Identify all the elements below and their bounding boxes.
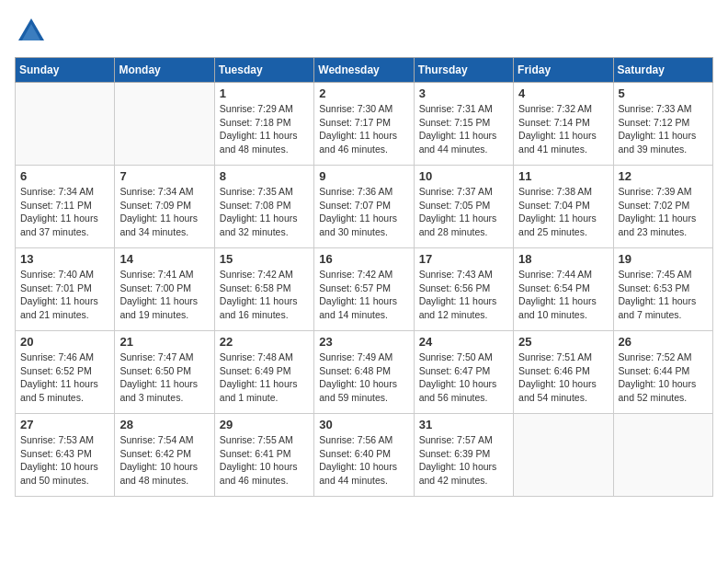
day-number: 31 (419, 418, 508, 431)
weekday-header-saturday: Saturday (613, 58, 712, 83)
day-info: Sunrise: 7:29 AM Sunset: 7:18 PM Dayligh… (220, 102, 309, 156)
day-number: 19 (619, 252, 708, 266)
weekday-header-thursday: Thursday (414, 58, 513, 83)
day-number: 27 (20, 418, 109, 431)
calendar-week-row: 6Sunrise: 7:34 AM Sunset: 7:11 PM Daylig… (16, 166, 713, 248)
day-number: 5 (619, 86, 708, 100)
day-info: Sunrise: 7:50 AM Sunset: 6:47 PM Dayligh… (419, 350, 508, 405)
day-number: 11 (518, 169, 608, 183)
day-number: 26 (619, 335, 708, 349)
day-number: 6 (20, 169, 109, 183)
calendar-day-4: 4Sunrise: 7:32 AM Sunset: 7:14 PM Daylig… (514, 83, 613, 166)
calendar-day-13: 13Sunrise: 7:40 AM Sunset: 7:01 PM Dayli… (16, 248, 115, 331)
day-info: Sunrise: 7:49 AM Sunset: 6:48 PM Dayligh… (319, 350, 408, 405)
day-info: Sunrise: 7:35 AM Sunset: 7:08 PM Dayligh… (220, 185, 309, 239)
calendar-day-28: 28Sunrise: 7:54 AM Sunset: 6:42 PM Dayli… (115, 414, 214, 497)
day-info: Sunrise: 7:36 AM Sunset: 7:07 PM Dayligh… (319, 185, 408, 239)
day-number: 17 (419, 252, 508, 266)
day-number: 3 (419, 86, 508, 100)
day-number: 2 (319, 86, 408, 100)
calendar-day-18: 18Sunrise: 7:44 AM Sunset: 6:54 PM Dayli… (514, 248, 613, 331)
calendar-day-8: 8Sunrise: 7:35 AM Sunset: 7:08 PM Daylig… (214, 166, 313, 248)
calendar-day-6: 6Sunrise: 7:34 AM Sunset: 7:11 PM Daylig… (16, 166, 115, 248)
day-info: Sunrise: 7:37 AM Sunset: 7:05 PM Dayligh… (419, 185, 508, 239)
day-info: Sunrise: 7:34 AM Sunset: 7:09 PM Dayligh… (119, 185, 209, 239)
weekday-header-sunday: Sunday (16, 58, 115, 83)
calendar-day-15: 15Sunrise: 7:42 AM Sunset: 6:58 PM Dayli… (214, 248, 313, 331)
calendar-day-20: 20Sunrise: 7:46 AM Sunset: 6:52 PM Dayli… (16, 331, 115, 414)
calendar-day-24: 24Sunrise: 7:50 AM Sunset: 6:47 PM Dayli… (414, 331, 513, 414)
calendar-day-9: 9Sunrise: 7:36 AM Sunset: 7:07 PM Daylig… (314, 166, 414, 248)
day-info: Sunrise: 7:51 AM Sunset: 6:46 PM Dayligh… (518, 350, 608, 405)
day-number: 20 (20, 335, 109, 349)
calendar-body: 1Sunrise: 7:29 AM Sunset: 7:18 PM Daylig… (16, 83, 713, 497)
calendar-week-row: 27Sunrise: 7:53 AM Sunset: 6:43 PM Dayli… (16, 414, 713, 497)
calendar-day-26: 26Sunrise: 7:52 AM Sunset: 6:44 PM Dayli… (613, 331, 712, 414)
day-info: Sunrise: 7:32 AM Sunset: 7:14 PM Dayligh… (518, 102, 608, 156)
calendar-table: SundayMondayTuesdayWednesdayThursdayFrid… (15, 57, 713, 497)
day-number: 4 (518, 86, 608, 100)
day-number: 29 (220, 418, 309, 431)
day-info: Sunrise: 7:48 AM Sunset: 6:49 PM Dayligh… (220, 350, 309, 405)
day-info: Sunrise: 7:40 AM Sunset: 7:01 PM Dayligh… (20, 268, 109, 322)
day-info: Sunrise: 7:42 AM Sunset: 6:58 PM Dayligh… (220, 268, 309, 322)
day-number: 1 (220, 86, 309, 100)
day-info: Sunrise: 7:34 AM Sunset: 7:11 PM Dayligh… (20, 185, 109, 239)
day-info: Sunrise: 7:30 AM Sunset: 7:17 PM Dayligh… (319, 102, 408, 156)
day-number: 12 (619, 169, 708, 183)
weekday-header-row: SundayMondayTuesdayWednesdayThursdayFrid… (16, 58, 713, 83)
day-info: Sunrise: 7:46 AM Sunset: 6:52 PM Dayligh… (20, 350, 109, 405)
day-number: 28 (119, 418, 209, 431)
calendar-day-3: 3Sunrise: 7:31 AM Sunset: 7:15 PM Daylig… (414, 83, 513, 166)
day-info: Sunrise: 7:45 AM Sunset: 6:53 PM Dayligh… (619, 268, 708, 322)
calendar-day-2: 2Sunrise: 7:30 AM Sunset: 7:17 PM Daylig… (314, 83, 414, 166)
day-number: 25 (518, 335, 608, 349)
calendar-day-21: 21Sunrise: 7:47 AM Sunset: 6:50 PM Dayli… (115, 331, 214, 414)
day-number: 15 (220, 252, 309, 266)
day-info: Sunrise: 7:54 AM Sunset: 6:42 PM Dayligh… (119, 433, 209, 488)
day-number: 13 (20, 252, 109, 266)
calendar-day-17: 17Sunrise: 7:43 AM Sunset: 6:56 PM Dayli… (414, 248, 513, 331)
weekday-header-tuesday: Tuesday (214, 58, 313, 83)
header (15, 15, 713, 48)
day-info: Sunrise: 7:57 AM Sunset: 6:39 PM Dayligh… (419, 433, 508, 488)
day-info: Sunrise: 7:33 AM Sunset: 7:12 PM Dayligh… (619, 102, 708, 156)
day-number: 24 (419, 335, 508, 349)
day-info: Sunrise: 7:56 AM Sunset: 6:40 PM Dayligh… (319, 433, 408, 488)
day-info: Sunrise: 7:42 AM Sunset: 6:57 PM Dayligh… (319, 268, 408, 322)
day-info: Sunrise: 7:38 AM Sunset: 7:04 PM Dayligh… (518, 185, 608, 239)
calendar-day-11: 11Sunrise: 7:38 AM Sunset: 7:04 PM Dayli… (514, 166, 613, 248)
calendar-day-7: 7Sunrise: 7:34 AM Sunset: 7:09 PM Daylig… (115, 166, 214, 248)
calendar-day-19: 19Sunrise: 7:45 AM Sunset: 6:53 PM Dayli… (613, 248, 712, 331)
calendar-week-row: 13Sunrise: 7:40 AM Sunset: 7:01 PM Dayli… (16, 248, 713, 331)
calendar-day-12: 12Sunrise: 7:39 AM Sunset: 7:02 PM Dayli… (613, 166, 712, 248)
calendar-day-22: 22Sunrise: 7:48 AM Sunset: 6:49 PM Dayli… (214, 331, 313, 414)
day-info: Sunrise: 7:52 AM Sunset: 6:44 PM Dayligh… (619, 350, 708, 405)
day-info: Sunrise: 7:41 AM Sunset: 7:00 PM Dayligh… (119, 268, 209, 322)
calendar-week-row: 20Sunrise: 7:46 AM Sunset: 6:52 PM Dayli… (16, 331, 713, 414)
calendar-day-29: 29Sunrise: 7:55 AM Sunset: 6:41 PM Dayli… (214, 414, 313, 497)
day-number: 23 (319, 335, 408, 349)
calendar-day-empty (613, 414, 712, 497)
day-number: 21 (119, 335, 209, 349)
weekday-header-friday: Friday (514, 58, 613, 83)
calendar-day-1: 1Sunrise: 7:29 AM Sunset: 7:18 PM Daylig… (214, 83, 313, 166)
day-info: Sunrise: 7:39 AM Sunset: 7:02 PM Dayligh… (619, 185, 708, 239)
day-number: 22 (220, 335, 309, 349)
weekday-header-wednesday: Wednesday (314, 58, 414, 83)
day-info: Sunrise: 7:47 AM Sunset: 6:50 PM Dayligh… (119, 350, 209, 405)
calendar-day-30: 30Sunrise: 7:56 AM Sunset: 6:40 PM Dayli… (314, 414, 414, 497)
day-number: 10 (419, 169, 508, 183)
day-info: Sunrise: 7:31 AM Sunset: 7:15 PM Dayligh… (419, 102, 508, 156)
logo (15, 15, 51, 48)
calendar-day-empty (514, 414, 613, 497)
calendar-header: SundayMondayTuesdayWednesdayThursdayFrid… (16, 58, 713, 83)
day-info: Sunrise: 7:53 AM Sunset: 6:43 PM Dayligh… (20, 433, 109, 488)
day-number: 14 (119, 252, 209, 266)
day-number: 7 (119, 169, 209, 183)
day-info: Sunrise: 7:44 AM Sunset: 6:54 PM Dayligh… (518, 268, 608, 322)
day-number: 18 (518, 252, 608, 266)
day-number: 16 (319, 252, 408, 266)
day-number: 30 (319, 418, 408, 431)
weekday-header-monday: Monday (115, 58, 214, 83)
